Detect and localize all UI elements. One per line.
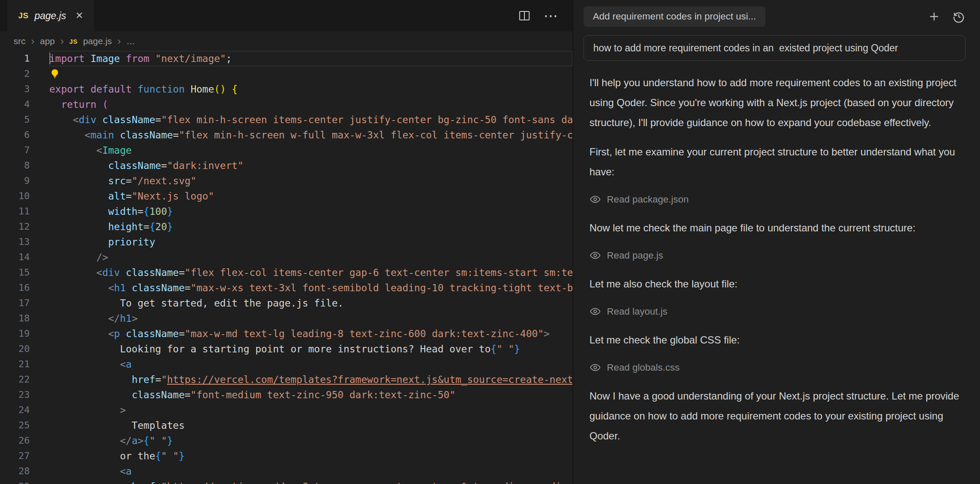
lightbulb-icon[interactable] bbox=[49, 68, 60, 79]
line-number: 10 bbox=[0, 189, 49, 204]
line-content: className="dark:invert" bbox=[49, 158, 572, 173]
code-line-27[interactable]: 27 or the{" "} bbox=[0, 448, 572, 464]
line-number: 4 bbox=[0, 97, 49, 112]
code-line-7[interactable]: 7 <Image bbox=[0, 143, 572, 158]
code-line-25[interactable]: 25 Templates bbox=[0, 418, 572, 433]
line-content: <main className="flex min-h-screen w-ful… bbox=[49, 127, 572, 143]
line-number: 3 bbox=[0, 82, 49, 97]
line-content: return ( bbox=[49, 97, 572, 112]
split-editor-icon[interactable] bbox=[518, 9, 531, 22]
tool-call-label: Read page.js bbox=[607, 245, 663, 265]
line-content: > bbox=[49, 402, 572, 418]
code-line-9[interactable]: 9 src="/next.svg" bbox=[0, 173, 572, 189]
tool-call-label: Read layout.js bbox=[607, 301, 668, 321]
code-line-11[interactable]: 11 width={100} bbox=[0, 204, 572, 219]
code-line-20[interactable]: 20 Looking for a starting point or more … bbox=[0, 341, 572, 357]
code-line-22[interactable]: 22 href="https://vercel.com/templates?fr… bbox=[0, 372, 572, 387]
line-content: To get started, edit the page.js file. bbox=[49, 295, 572, 311]
code-line-29[interactable]: 29 href="https://nextjs.org/docs?utm_sou… bbox=[0, 479, 572, 484]
line-number: 5 bbox=[0, 112, 49, 127]
code-line-24[interactable]: 24 > bbox=[0, 402, 572, 418]
code-line-19[interactable]: 19 <p className="max-w-md text-lg leadin… bbox=[0, 326, 572, 341]
eye-icon bbox=[589, 306, 601, 317]
line-number: 24 bbox=[0, 402, 49, 418]
line-number: 19 bbox=[0, 326, 49, 341]
assistant-paragraph: Now let me check the main page file to u… bbox=[589, 218, 961, 238]
code-line-23[interactable]: 23 className="font-medium text-zinc-950 … bbox=[0, 387, 572, 402]
code-line-15[interactable]: 15 <div className="flex flex-col items-c… bbox=[0, 265, 572, 280]
close-tab-icon[interactable]: ✕ bbox=[75, 10, 83, 21]
line-number: 20 bbox=[0, 341, 49, 357]
line-number: 14 bbox=[0, 250, 49, 265]
code-line-16[interactable]: 16 <h1 className="max-w-xs text-3xl font… bbox=[0, 280, 572, 295]
code-line-13[interactable]: 13 priority bbox=[0, 234, 572, 250]
line-number: 17 bbox=[0, 295, 49, 311]
code-editor[interactable]: 1import Image from "next/image";23export… bbox=[0, 51, 572, 484]
line-content: alt="Next.js logo" bbox=[49, 189, 572, 204]
tool-call-label: Read package.json bbox=[607, 189, 689, 209]
line-number: 2 bbox=[0, 66, 49, 82]
tool-call-read-globals-css[interactable]: Read globals.css bbox=[589, 357, 961, 377]
more-actions-icon[interactable]: ⋯ bbox=[544, 8, 558, 23]
line-content: Templates bbox=[49, 418, 572, 433]
eye-icon bbox=[589, 362, 601, 373]
breadcrumb-symbol[interactable]: … bbox=[126, 36, 135, 46]
line-number: 28 bbox=[0, 464, 49, 479]
javascript-file-icon: JS bbox=[18, 11, 28, 20]
eye-icon bbox=[589, 194, 601, 205]
chat-header-actions bbox=[927, 10, 966, 23]
chat-session-title[interactable]: Add requirement codes in project usi... bbox=[583, 6, 765, 27]
line-number: 11 bbox=[0, 204, 49, 219]
code-line-2[interactable]: 2 bbox=[0, 66, 572, 82]
line-number: 25 bbox=[0, 418, 49, 433]
line-content: </a>{" "} bbox=[49, 433, 572, 448]
breadcrumb-page-js[interactable]: page.js bbox=[83, 36, 112, 46]
code-line-6[interactable]: 6 <main className="flex min-h-screen w-f… bbox=[0, 127, 572, 143]
tool-call-read-package-json[interactable]: Read package.json bbox=[589, 189, 961, 209]
line-content: src="/next.svg" bbox=[49, 173, 572, 189]
code-line-17[interactable]: 17 To get started, edit the page.js file… bbox=[0, 295, 572, 311]
editor-tab-bar: JS page.js ✕ ⋯ bbox=[0, 0, 572, 31]
line-content: <a bbox=[49, 464, 572, 479]
code-line-1[interactable]: 1import Image from "next/image"; bbox=[0, 51, 572, 66]
history-icon[interactable] bbox=[952, 10, 966, 23]
code-line-3[interactable]: 3export default function Home() { bbox=[0, 82, 572, 97]
code-line-28[interactable]: 28 <a bbox=[0, 464, 572, 479]
code-line-8[interactable]: 8 className="dark:invert" bbox=[0, 158, 572, 173]
line-content: <h1 className="max-w-xs text-3xl font-se… bbox=[49, 280, 572, 295]
breadcrumb-app[interactable]: app bbox=[40, 36, 55, 46]
line-number: 16 bbox=[0, 280, 49, 295]
line-content: href="https://vercel.com/templates?frame… bbox=[49, 372, 572, 387]
assistant-paragraph: Let me also check the layout file: bbox=[589, 274, 961, 294]
code-line-12[interactable]: 12 height={20} bbox=[0, 219, 572, 234]
tab-page-js[interactable]: JS page.js ✕ bbox=[7, 0, 95, 31]
line-number: 6 bbox=[0, 127, 49, 143]
line-number: 18 bbox=[0, 311, 49, 326]
code-line-21[interactable]: 21 <a bbox=[0, 357, 572, 372]
code-line-14[interactable]: 14 /> bbox=[0, 250, 572, 265]
line-number: 7 bbox=[0, 143, 49, 158]
tab-label: page.js bbox=[34, 10, 66, 22]
eye-icon bbox=[589, 250, 601, 261]
line-content: or the{" "} bbox=[49, 448, 572, 464]
code-line-10[interactable]: 10 alt="Next.js logo" bbox=[0, 189, 572, 204]
line-number: 23 bbox=[0, 387, 49, 402]
chevron-right-icon: › bbox=[60, 36, 64, 46]
code-line-18[interactable]: 18 </h1> bbox=[0, 311, 572, 326]
assistant-paragraph: Let me check the global CSS file: bbox=[589, 330, 961, 350]
line-content: <Image bbox=[49, 143, 572, 158]
code-line-4[interactable]: 4 return ( bbox=[0, 97, 572, 112]
line-number: 26 bbox=[0, 433, 49, 448]
new-chat-icon[interactable] bbox=[927, 10, 941, 23]
assistant-paragraph: First, let me examine your current proje… bbox=[589, 142, 961, 182]
tool-call-read-page-js[interactable]: Read page.js bbox=[589, 245, 961, 265]
line-content: <div className="flex flex-col items-cent… bbox=[49, 265, 572, 280]
code-line-5[interactable]: 5 <div className="flex min-h-screen item… bbox=[0, 112, 572, 127]
line-number: 9 bbox=[0, 173, 49, 189]
breadcrumb-src[interactable]: src bbox=[14, 36, 25, 46]
code-line-26[interactable]: 26 </a>{" "} bbox=[0, 433, 572, 448]
line-number: 15 bbox=[0, 265, 49, 280]
chat-header: Add requirement codes in project usi... bbox=[583, 6, 966, 27]
tool-call-read-layout-js[interactable]: Read layout.js bbox=[589, 301, 961, 321]
line-content: <a bbox=[49, 357, 572, 372]
